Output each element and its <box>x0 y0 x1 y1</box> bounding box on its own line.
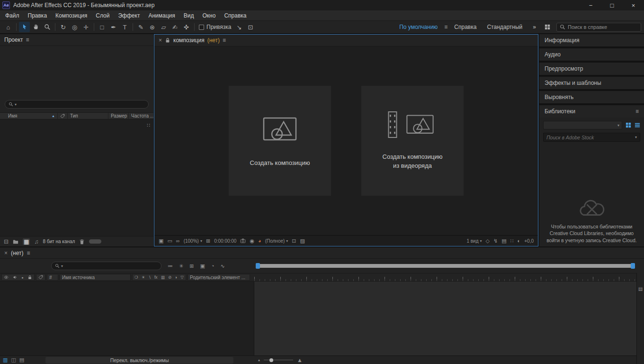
main-viewer-icon[interactable]: ▭ <box>167 238 172 244</box>
lock-icon[interactable] <box>165 37 170 43</box>
time-navigator[interactable] <box>256 263 635 269</box>
menu-edit[interactable]: Правка <box>24 10 52 20</box>
timeline-tab-title[interactable]: (нет) <box>11 250 23 256</box>
hand-tool[interactable] <box>30 22 41 32</box>
panel-tab-libraries[interactable]: Библиотеки ≡ <box>539 105 644 118</box>
workspace-overflow-chevron[interactable]: » <box>528 24 541 30</box>
vr-view-icon[interactable]: ∞ <box>176 238 180 244</box>
draft-3d-icon[interactable]: ✳ <box>179 263 183 269</box>
zoom-out-icon[interactable]: ▴ <box>258 358 260 362</box>
always-preview-icon[interactable]: ▣ <box>159 238 163 244</box>
menu-effect[interactable]: Эффект <box>114 10 144 20</box>
composition-tab-title[interactable]: композиция <box>173 37 205 44</box>
label-color-column[interactable] <box>36 274 45 281</box>
project-search-box[interactable]: ▾ <box>5 100 149 109</box>
column-frame-rate[interactable]: Частота ... <box>129 113 153 119</box>
resolution-menu[interactable]: (Полное)▾ <box>265 238 288 244</box>
threed-switch-icon[interactable]: ▽ <box>180 275 184 280</box>
effects-switch-icon[interactable]: fx <box>154 275 158 280</box>
roto-brush-tool[interactable]: ✍ <box>170 22 180 32</box>
home-button[interactable]: ⌂ <box>3 22 14 32</box>
puppet-pin-tool[interactable]: ✜ <box>181 22 192 32</box>
panel-tab-preview[interactable]: Предпросмотр <box>539 63 644 75</box>
adobe-stock-search-input[interactable] <box>546 135 633 140</box>
speaker-icon[interactable] <box>13 275 18 280</box>
workspace-menu-icon[interactable]: ≡ <box>443 24 448 30</box>
project-items-list[interactable]: ∷ <box>0 119 153 236</box>
zoom-tool[interactable] <box>42 22 53 32</box>
panel-tab-effects-presets[interactable]: Эффекты и шаблоны <box>539 77 644 89</box>
libraries-panel-menu-icon[interactable]: ≡ <box>635 108 639 115</box>
bit-depth-button[interactable]: 8 бит на канал <box>43 239 75 244</box>
preview-timecode[interactable]: 0:00:00:00 <box>214 238 236 244</box>
hide-shy-layers-icon[interactable]: ⊞ <box>189 263 194 269</box>
menu-help[interactable]: Справка <box>220 10 250 20</box>
new-folder-icon[interactable] <box>13 239 18 245</box>
eraser-tool[interactable]: ▱ <box>158 22 169 32</box>
snap-along-edges-icon[interactable]: ↘ <box>233 22 244 32</box>
project-search-input[interactable] <box>18 101 145 107</box>
layer-number-column[interactable]: # <box>47 274 58 281</box>
lock-icon[interactable] <box>27 275 32 280</box>
snapshot-camera-icon[interactable] <box>240 238 246 244</box>
view-layout-menu[interactable]: 1 вид▾ <box>466 238 482 244</box>
project-flowchart-icon[interactable]: ∷ <box>147 122 150 128</box>
list-view-icon[interactable] <box>635 122 640 128</box>
new-composition-from-footage-button[interactable]: Создать композицию из видеоряда <box>361 86 464 196</box>
navigator-start-handle[interactable] <box>256 263 260 269</box>
quality-switch-icon[interactable]: ☀ <box>142 275 145 280</box>
menu-layer[interactable]: Слой <box>91 10 114 20</box>
toggle-switches-modes-button[interactable]: Перекл. выключ./режимы <box>45 357 233 364</box>
menu-composition[interactable]: Композиция <box>51 10 91 20</box>
pan-behind-tool[interactable]: ✛ <box>80 22 91 32</box>
help-search-input[interactable] <box>568 24 638 30</box>
expand-transfer-pane-icon[interactable]: ◫ <box>11 357 16 363</box>
avso-columns[interactable]: ● <box>1 274 35 281</box>
graph-editor-icon[interactable]: ∿ <box>221 263 225 269</box>
time-ruler[interactable] <box>254 273 636 282</box>
timeline-search-box[interactable]: ▾ <box>51 262 161 270</box>
libraries-dropdown[interactable]: ▾ <box>543 121 622 129</box>
solo-icon[interactable]: ● <box>21 276 23 279</box>
workspace-standard[interactable]: Стандартный <box>482 24 527 30</box>
panel-tab-info[interactable]: Информация <box>539 34 644 46</box>
adjustment-switch-icon[interactable]: ◑ <box>175 275 177 280</box>
project-panel-menu-icon[interactable]: ≡ <box>26 36 29 43</box>
layer-switches-columns[interactable]: ❍ ☀ ∖ fx ▥ ⊘ ◑ ▽ <box>132 274 186 281</box>
minimize-button[interactable]: − <box>580 0 601 10</box>
transparency-grid-icon[interactable]: ▨ <box>300 238 305 244</box>
pen-tool[interactable]: ✒ <box>108 22 119 32</box>
exposure-value[interactable]: +0,0 <box>524 238 534 244</box>
menu-animation[interactable]: Анимация <box>144 10 179 20</box>
new-composition-button[interactable]: Создать композицию <box>229 86 331 196</box>
composition-tab-close-icon[interactable]: × <box>159 37 162 44</box>
grid-guides-options-icon[interactable]: ⊞ <box>206 238 210 244</box>
motion-blur-icon[interactable]: ◔ <box>211 263 215 269</box>
adobe-stock-search-box[interactable]: ▾ <box>543 133 640 142</box>
project-tab[interactable]: Проект <box>4 36 23 43</box>
type-tool[interactable]: Т <box>119 22 130 32</box>
zoom-slider-handle[interactable] <box>269 358 273 362</box>
frame-blend-switch-icon[interactable]: ▥ <box>161 275 165 280</box>
menu-file[interactable]: Файл <box>1 10 24 20</box>
collapse-switch-icon[interactable]: ∖ <box>148 275 151 280</box>
layer-list-area[interactable] <box>0 282 254 355</box>
source-name-column[interactable]: Имя источника <box>60 274 131 281</box>
column-label-color[interactable] <box>58 113 68 119</box>
column-type[interactable]: Тип <box>68 113 108 119</box>
composition-panel-menu-icon[interactable]: ≡ <box>223 37 226 44</box>
expand-switches-pane-icon[interactable]: ▥ <box>3 357 8 363</box>
expand-inout-pane-icon[interactable]: ▤ <box>19 357 24 363</box>
timeline-button-icon[interactable]: ▤ <box>501 238 506 244</box>
pixel-aspect-icon[interactable]: ◇ <box>486 238 490 244</box>
comp-marker-bin-icon[interactable]: ▤ <box>638 286 643 291</box>
orbit-camera-tool[interactable]: ◎ <box>69 22 80 32</box>
snap-options-icon[interactable]: ⊡ <box>245 22 256 32</box>
navigator-end-handle[interactable] <box>631 263 635 269</box>
workspace-switcher-icon[interactable] <box>542 22 553 32</box>
timeline-search-input[interactable] <box>64 263 158 269</box>
close-button[interactable]: × <box>623 0 644 10</box>
panel-tab-align[interactable]: Выровнять <box>539 91 644 103</box>
shy-switch-icon[interactable]: ❍ <box>134 275 138 280</box>
composition-mini-flowchart-icon[interactable]: ≔ <box>168 263 173 269</box>
